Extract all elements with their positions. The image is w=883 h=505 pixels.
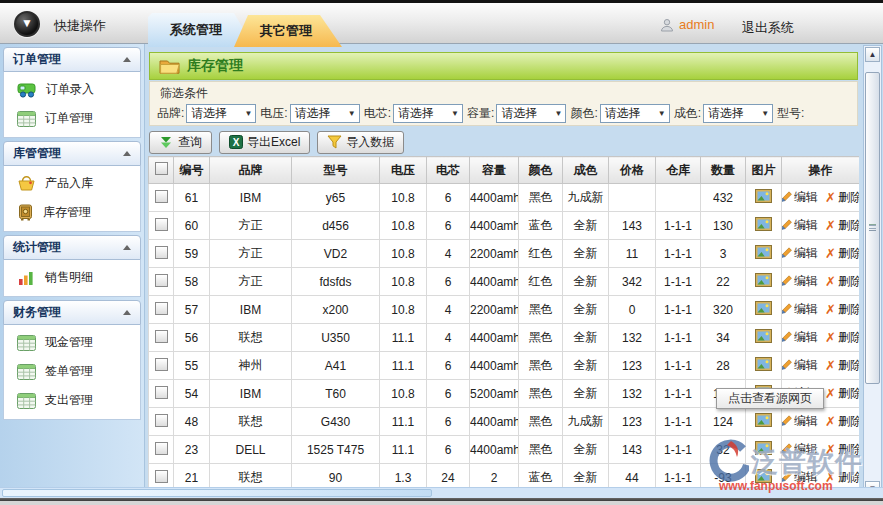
row-checkbox[interactable] (155, 246, 168, 259)
horizontal-scrollbar-thumb[interactable] (2, 489, 432, 497)
cell-condition: 全新 (563, 212, 609, 240)
delete-link[interactable]: ✗删除 (825, 189, 859, 206)
sidebar-group-header[interactable]: 库管管理 (3, 141, 141, 166)
edit-link[interactable]: 编辑 (782, 357, 819, 374)
delete-link[interactable]: ✗删除 (825, 245, 859, 262)
delete-link[interactable]: ✗删除 (825, 329, 859, 346)
quick-action-label[interactable]: 快捷操作 (54, 17, 106, 35)
sidebar-item-label: 销售明细 (45, 269, 93, 286)
cell-cells: 6 (427, 212, 470, 240)
filter-select[interactable]: 请选择▼ (703, 104, 773, 123)
sidebar-item[interactable]: 库存管理 (4, 198, 140, 227)
cell-qty: 3 (701, 240, 746, 268)
import-data-button[interactable]: 导入数据 (317, 131, 404, 154)
tab-other-management[interactable]: 其它管理 (234, 15, 342, 47)
delete-label: 删除 (838, 413, 859, 430)
row-checkbox[interactable] (155, 330, 168, 343)
delete-link[interactable]: ✗删除 (825, 273, 859, 290)
cell-voltage: 11.1 (380, 352, 427, 380)
cell-id: 60 (174, 212, 210, 240)
sidebar-group-header[interactable]: 财务管理 (3, 300, 141, 325)
cell-voltage: 1.3 (380, 464, 427, 489)
delete-link[interactable]: ✗删除 (825, 217, 859, 234)
select-all-checkbox[interactable] (155, 162, 168, 175)
sidebar-item[interactable]: 签单管理 (4, 357, 140, 386)
cell-capacity: 2200amh (470, 240, 519, 268)
image-icon[interactable] (755, 217, 772, 231)
sidebar-item[interactable]: 订单录入 (4, 75, 140, 104)
cell-warehouse: 1-1-1 (656, 324, 701, 352)
cell-voltage: 10.8 (380, 240, 427, 268)
filter-select[interactable]: 请选择▼ (186, 104, 256, 123)
edit-link[interactable]: 编辑 (782, 273, 819, 290)
row-checkbox[interactable] (155, 470, 168, 483)
image-icon[interactable] (755, 189, 772, 203)
query-button[interactable]: 查询 (149, 131, 212, 154)
cell-capacity: 4400amh (470, 212, 519, 240)
red-x-icon: ✗ (825, 218, 836, 233)
sidebar-item[interactable]: 销售明细 (4, 263, 140, 292)
vertical-scrollbar[interactable]: ▲ ▼ (863, 45, 882, 498)
row-operations: 编辑✗删除 (782, 212, 859, 239)
delete-link[interactable]: ✗删除 (825, 385, 859, 402)
edit-link[interactable]: 编辑 (782, 329, 819, 346)
row-checkbox[interactable] (155, 302, 168, 315)
row-checkbox[interactable] (155, 358, 168, 371)
sidebar-item[interactable]: 订单管理 (4, 104, 140, 133)
table-row: 59方正VD210.842200amh红色全新111-1-13编辑✗删除 (149, 240, 860, 268)
image-icon[interactable] (755, 413, 772, 427)
cell-warehouse: 1-1-1 (656, 240, 701, 268)
collapse-arrow-icon[interactable] (123, 57, 131, 62)
sidebar-item[interactable]: 支出管理 (4, 386, 140, 415)
sidebar-item[interactable]: 产品入库 (4, 169, 140, 198)
cell-brand: 方正 (210, 212, 292, 240)
cell-voltage: 10.8 (380, 212, 427, 240)
circle-down-arrow-icon[interactable]: ▼ (14, 11, 40, 37)
collapse-arrow-icon[interactable] (123, 245, 131, 250)
filter-select[interactable]: 请选择▼ (600, 104, 670, 123)
filter-select[interactable]: 请选择▼ (290, 104, 360, 123)
row-checkbox[interactable] (155, 414, 168, 427)
scroll-up-arrow-icon[interactable]: ▲ (865, 47, 880, 62)
logout-link[interactable]: 退出系统 (742, 19, 794, 37)
image-icon[interactable] (755, 329, 772, 343)
column-header: 电芯 (427, 157, 470, 184)
delete-link[interactable]: ✗删除 (825, 301, 859, 318)
delete-link[interactable]: ✗删除 (825, 357, 859, 374)
edit-link[interactable]: 编辑 (782, 217, 819, 234)
collapse-arrow-icon[interactable] (123, 151, 131, 156)
row-checkbox[interactable] (155, 442, 168, 455)
edit-link[interactable]: 编辑 (782, 413, 819, 430)
image-icon[interactable] (755, 301, 772, 315)
delete-link[interactable]: ✗删除 (825, 413, 859, 430)
sidebar-group-header[interactable]: 统计管理 (3, 235, 141, 260)
table-row: 56联想U35011.144400amh黑色全新1321-1-134编辑✗删除 (149, 324, 860, 352)
row-checkbox[interactable] (155, 274, 168, 287)
cell-model: A41 (292, 352, 380, 380)
export-excel-button[interactable]: X导出Excel (219, 131, 310, 154)
cell-model: x200 (292, 296, 380, 324)
row-checkbox[interactable] (155, 190, 168, 203)
cell-brand: 联想 (210, 408, 292, 436)
edit-link[interactable]: 编辑 (782, 301, 819, 318)
delete-label: 删除 (838, 217, 859, 234)
image-icon[interactable] (755, 357, 772, 371)
image-icon[interactable] (755, 245, 772, 259)
sidebar-item[interactable]: 现金管理 (4, 328, 140, 357)
filter-label: 成色: (674, 105, 701, 122)
filter-select[interactable]: 请选择▼ (496, 104, 566, 123)
filter-select[interactable]: 请选择▼ (393, 104, 463, 123)
collapse-arrow-icon[interactable] (123, 310, 131, 315)
sidebar-group-header[interactable]: 订单管理 (3, 47, 141, 72)
cell-warehouse: 1-1-1 (656, 464, 701, 489)
cell-cells: 4 (427, 240, 470, 268)
row-checkbox[interactable] (155, 218, 168, 231)
row-checkbox[interactable] (155, 386, 168, 399)
edit-link[interactable]: 编辑 (782, 245, 819, 262)
image-icon[interactable] (755, 273, 772, 287)
vertical-scrollbar-thumb[interactable] (865, 72, 880, 384)
red-x-icon: ✗ (825, 330, 836, 345)
page-title: 库存管理 (187, 57, 243, 75)
edit-link[interactable]: 编辑 (782, 189, 819, 206)
cell-capacity: 4400amh (470, 352, 519, 380)
